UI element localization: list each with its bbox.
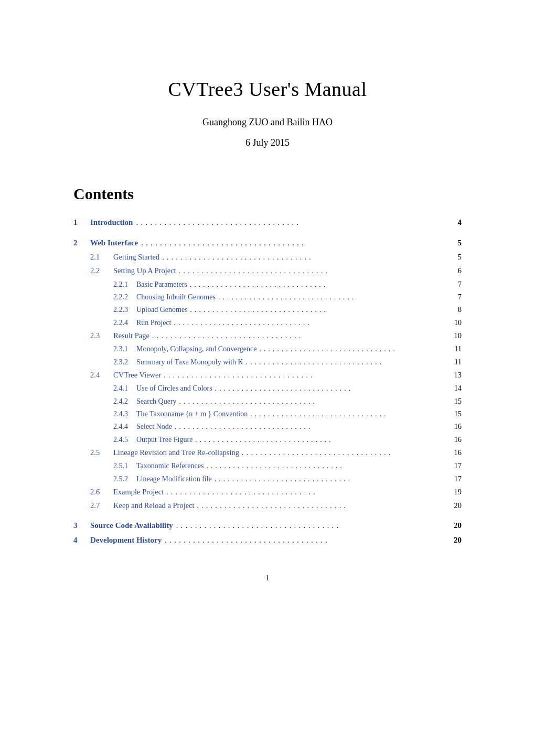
toc-subsub-2.4.5[interactable]: 2.4.5Output Tree Figure. . . . . . . . .… bbox=[73, 434, 462, 446]
title-block: CVTree3 User's Manual Guanghong ZUO and … bbox=[73, 73, 462, 150]
toc-subsub-page: 17 bbox=[447, 460, 462, 472]
toc-sub-2.5[interactable]: 2.5Lineage Revision and Tree Re-collapsi… bbox=[73, 447, 462, 459]
toc-subsub-label: Use of Circles and Colors bbox=[136, 383, 212, 394]
toc-subsub-label: Run Project bbox=[136, 317, 172, 329]
toc-section-page: 5 bbox=[447, 236, 462, 249]
toc-subsub-label: Lineage Modification file bbox=[136, 473, 212, 485]
toc-subsub-dots: . . . . . . . . . . . . . . . . . . . . … bbox=[175, 422, 444, 433]
toc-sub-num: 2.1 bbox=[90, 251, 113, 263]
toc-subsub-page: 15 bbox=[447, 408, 462, 420]
toc-subsub-label: Output Tree Figure bbox=[136, 434, 192, 446]
toc-subsub-label: Choosing Inbuilt Genomes bbox=[136, 291, 216, 303]
toc-subsub-page: 15 bbox=[447, 396, 462, 407]
toc-sub-2.6[interactable]: 2.6Example Project. . . . . . . . . . . … bbox=[73, 486, 462, 498]
toc-subsub-page: 11 bbox=[447, 357, 462, 368]
toc-subsub-num: 2.3.2 bbox=[113, 357, 136, 368]
toc-subsub-dots: . . . . . . . . . . . . . . . . . . . . … bbox=[174, 318, 445, 329]
toc-sub-num: 2.6 bbox=[90, 486, 113, 498]
toc-subsub-dots: . . . . . . . . . . . . . . . . . . . . … bbox=[215, 474, 444, 485]
toc-subsub-2.2.4[interactable]: 2.2.4Run Project. . . . . . . . . . . . … bbox=[73, 317, 462, 329]
table-of-contents: 1Introduction. . . . . . . . . . . . . .… bbox=[73, 216, 462, 546]
toc-sub-label: CVTree Viewer bbox=[113, 369, 161, 381]
toc-subsub-num: 2.2.3 bbox=[113, 304, 136, 316]
toc-dots: . . . . . . . . . . . . . . . . . . . . … bbox=[136, 217, 444, 229]
toc-subsub-label: Search Query bbox=[136, 396, 177, 407]
toc-sub-num: 2.3 bbox=[90, 330, 113, 342]
toc-subsub-2.3.1[interactable]: 2.3.1Monopoly, Collapsing, and Convergen… bbox=[73, 343, 462, 355]
toc-section-1[interactable]: 1Introduction. . . . . . . . . . . . . .… bbox=[73, 216, 462, 229]
toc-subsub-page: 17 bbox=[447, 473, 462, 485]
toc-section-3[interactable]: 3Source Code Availability. . . . . . . .… bbox=[73, 519, 462, 532]
toc-subsub-page: 14 bbox=[447, 383, 462, 394]
toc-sub-page: 16 bbox=[447, 447, 462, 459]
toc-sub-label: Result Page bbox=[113, 330, 149, 342]
toc-subsub-dots: . . . . . . . . . . . . . . . . . . . . … bbox=[195, 435, 444, 446]
toc-subsub-2.4.2[interactable]: 2.4.2Search Query. . . . . . . . . . . .… bbox=[73, 396, 462, 407]
toc-sub-2.3[interactable]: 2.3Result Page. . . . . . . . . . . . . … bbox=[73, 330, 462, 342]
toc-subsub-2.4.4[interactable]: 2.4.4Select Node. . . . . . . . . . . . … bbox=[73, 421, 462, 433]
toc-sub-page: 10 bbox=[447, 330, 462, 342]
toc-sub-2.7[interactable]: 2.7Keep and Reload a Project. . . . . . … bbox=[73, 500, 462, 512]
page-number: 1 bbox=[73, 573, 462, 584]
toc-subsub-num: 2.2.1 bbox=[113, 279, 136, 290]
toc-subsub-2.3.2[interactable]: 2.3.2Summary of Taxa Monopoly with K. . … bbox=[73, 357, 462, 368]
toc-subsub-dots: . . . . . . . . . . . . . . . . . . . . … bbox=[246, 357, 444, 368]
toc-section-num: 1 bbox=[73, 216, 90, 229]
toc-subsub-num: 2.5.1 bbox=[113, 460, 136, 472]
toc-dots: . . . . . . . . . . . . . . . . . . . . … bbox=[165, 535, 444, 546]
toc-subsub-dots: . . . . . . . . . . . . . . . . . . . . … bbox=[250, 409, 444, 420]
toc-subsub-label: Monopoly, Collapsing, and Convergence bbox=[136, 343, 256, 355]
toc-sub-dots: . . . . . . . . . . . . . . . . . . . . … bbox=[166, 487, 444, 498]
toc-subsub-page: 7 bbox=[447, 279, 462, 290]
toc-subsub-num: 2.4.3 bbox=[113, 408, 136, 420]
toc-section-page: 20 bbox=[447, 534, 462, 546]
toc-section-4[interactable]: 4Development History. . . . . . . . . . … bbox=[73, 534, 462, 546]
toc-sub-page: 20 bbox=[447, 500, 462, 512]
toc-subsub-2.5.1[interactable]: 2.5.1Taxonomic References. . . . . . . .… bbox=[73, 460, 462, 472]
toc-subsub-num: 2.4.2 bbox=[113, 396, 136, 407]
toc-subsub-2.2.1[interactable]: 2.2.1Basic Parameters. . . . . . . . . .… bbox=[73, 279, 462, 290]
toc-subsub-label: Basic Parameters bbox=[136, 279, 187, 290]
toc-subsub-2.5.2[interactable]: 2.5.2Lineage Modification file. . . . . … bbox=[73, 473, 462, 485]
toc-section-page: 20 bbox=[447, 519, 462, 532]
toc-subsub-2.2.3[interactable]: 2.2.3Upload Genomes. . . . . . . . . . .… bbox=[73, 304, 462, 316]
toc-subsub-page: 11 bbox=[447, 343, 462, 355]
toc-section-2[interactable]: 2Web Interface. . . . . . . . . . . . . … bbox=[73, 236, 462, 249]
toc-subsub-num: 2.2.4 bbox=[113, 317, 136, 329]
toc-subsub-num: 2.5.2 bbox=[113, 473, 136, 485]
toc-section-num: 2 bbox=[73, 236, 90, 249]
toc-subsub-dots: . . . . . . . . . . . . . . . . . . . . … bbox=[218, 292, 444, 303]
toc-sub-2.1[interactable]: 2.1Getting Started. . . . . . . . . . . … bbox=[73, 251, 462, 263]
toc-section-page: 4 bbox=[447, 216, 462, 229]
toc-subsub-label: Select Node bbox=[136, 421, 172, 433]
document-title: CVTree3 User's Manual bbox=[73, 73, 462, 105]
toc-subsub-dots: . . . . . . . . . . . . . . . . . . . . … bbox=[190, 279, 444, 290]
toc-subsub-label: The Taxonname {n + m } Convention bbox=[136, 408, 248, 420]
toc-section-num: 3 bbox=[73, 519, 90, 532]
toc-sub-2.2[interactable]: 2.2Setting Up A Project. . . . . . . . .… bbox=[73, 265, 462, 277]
toc-subsub-label: Taxonomic References bbox=[136, 460, 204, 472]
toc-subsub-dots: . . . . . . . . . . . . . . . . . . . . … bbox=[190, 305, 444, 316]
contents-heading: Contents bbox=[73, 181, 462, 207]
toc-subsub-label: Upload Genomes bbox=[136, 304, 188, 316]
toc-section-label: Source Code Availability bbox=[90, 519, 173, 532]
toc-sub-page: 5 bbox=[447, 251, 462, 263]
toc-sub-num: 2.4 bbox=[90, 369, 113, 381]
toc-sub-2.4[interactable]: 2.4CVTree Viewer. . . . . . . . . . . . … bbox=[73, 369, 462, 381]
toc-dots: . . . . . . . . . . . . . . . . . . . . … bbox=[141, 237, 444, 249]
toc-sub-page: 6 bbox=[447, 265, 462, 277]
toc-subsub-dots: . . . . . . . . . . . . . . . . . . . . … bbox=[259, 344, 444, 355]
toc-subsub-2.4.1[interactable]: 2.4.1Use of Circles and Colors. . . . . … bbox=[73, 383, 462, 394]
toc-section-label: Web Interface bbox=[90, 236, 138, 249]
toc-subsub-num: 2.3.1 bbox=[113, 343, 136, 355]
toc-subsub-2.4.3[interactable]: 2.4.3The Taxonname {n + m } Convention. … bbox=[73, 408, 462, 420]
document-date: 6 July 2015 bbox=[73, 135, 462, 150]
document-author: Guanghong ZUO and Bailin HAO bbox=[73, 115, 462, 130]
toc-sub-dots: . . . . . . . . . . . . . . . . . . . . … bbox=[197, 500, 444, 512]
toc-sub-label: Lineage Revision and Tree Re-collapsing bbox=[113, 447, 239, 459]
toc-sub-dots: . . . . . . . . . . . . . . . . . . . . … bbox=[152, 330, 444, 342]
toc-sub-dots: . . . . . . . . . . . . . . . . . . . . … bbox=[164, 370, 444, 381]
toc-subsub-page: 8 bbox=[447, 304, 462, 316]
toc-subsub-num: 2.4.4 bbox=[113, 421, 136, 433]
toc-subsub-2.2.2[interactable]: 2.2.2Choosing Inbuilt Genomes. . . . . .… bbox=[73, 291, 462, 303]
